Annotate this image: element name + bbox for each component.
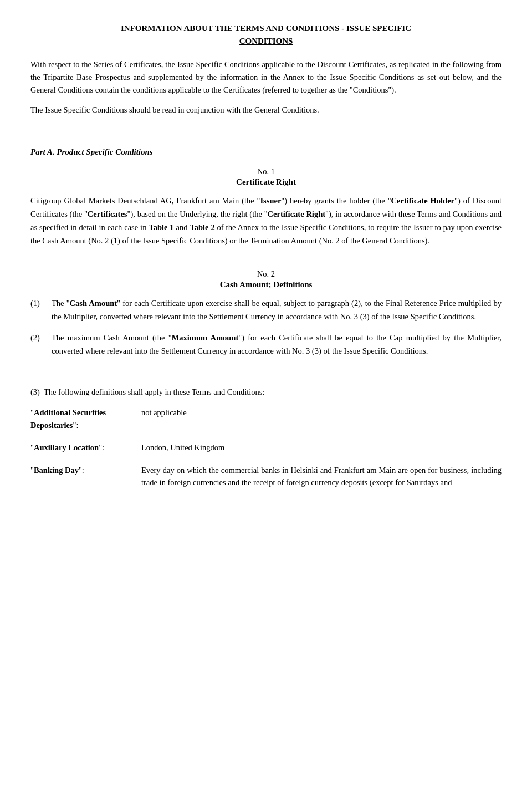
no2-number: No. 2 bbox=[30, 269, 502, 279]
title-line2: CONDITIONS bbox=[239, 37, 293, 45]
def-row-banking-day: "Banking Day": Every day on which the co… bbox=[30, 462, 502, 491]
def-value-additional-securities: not applicable bbox=[141, 406, 502, 419]
def-value-banking-day: Every day on which the commercial banks … bbox=[141, 464, 502, 489]
intro-para1: With respect to the Series of Certificat… bbox=[30, 58, 502, 97]
no2-para2-body: The maximum Cash Amount (the "Maximum Am… bbox=[52, 332, 502, 358]
section-no2: No. 2 Cash Amount; Definitions (1) The "… bbox=[30, 269, 502, 491]
def-term-auxiliary-location: "Auxiliary Location": bbox=[30, 441, 141, 454]
no1-number: No. 1 bbox=[30, 167, 502, 176]
no2-para2: (2) The maximum Cash Amount (the "Maximu… bbox=[30, 332, 502, 358]
intro-para2: The Issue Specific Conditions should be … bbox=[30, 104, 502, 116]
def-term-banking-day: "Banking Day": bbox=[30, 464, 141, 476]
page-content: INFORMATION ABOUT THE TERMS AND CONDITIO… bbox=[0, 0, 532, 805]
no2-title: Cash Amount; Definitions bbox=[30, 280, 502, 289]
no1-title: Certificate Right bbox=[30, 177, 502, 187]
def-row-auxiliary-location: "Auxiliary Location": London, United Kin… bbox=[30, 439, 502, 456]
page-title: INFORMATION ABOUT THE TERMS AND CONDITIO… bbox=[30, 22, 502, 47]
def-row-additional-securities: "Additional Securities Depositaries": no… bbox=[30, 404, 502, 434]
no2-definitions-section: (3) The following definitions shall appl… bbox=[30, 386, 502, 491]
no2-para1-body: The "Cash Amount" for each Certificate u… bbox=[52, 297, 502, 324]
def-value-auxiliary-location: London, United Kingdom bbox=[141, 441, 502, 454]
no2-para1: (1) The "Cash Amount" for each Certifica… bbox=[30, 297, 502, 324]
def-term-additional-securities: "Additional Securities Depositaries": bbox=[30, 406, 141, 431]
part-a-heading: Part A. Product Specific Conditions bbox=[30, 147, 502, 157]
title-line1: INFORMATION ABOUT THE TERMS AND CONDITIO… bbox=[121, 24, 411, 33]
no1-body: Citigroup Global Markets Deutschland AG,… bbox=[30, 195, 502, 248]
section-no1: No. 1 Certificate Right Citigroup Global… bbox=[30, 167, 502, 248]
no2-para2-num: (2) bbox=[30, 332, 52, 345]
no2-para1-num: (1) bbox=[30, 297, 52, 310]
no2-para3-intro: (3) The following definitions shall appl… bbox=[30, 386, 502, 399]
